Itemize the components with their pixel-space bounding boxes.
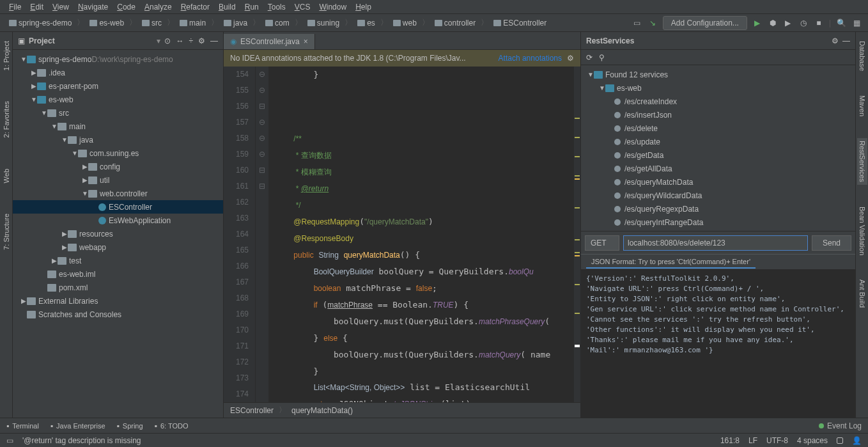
menu-navigate[interactable]: Navigate (74, 1, 112, 13)
json-format-tab[interactable]: JSON Format: Try to press 'Ctrl(Command)… (586, 256, 756, 269)
bottom-tool-terminal[interactable]: ▪Terminal (6, 421, 39, 430)
encoding[interactable]: UTF-8 (766, 436, 788, 445)
tree-node-main[interactable]: ▼main (13, 120, 223, 133)
right-tab-bean-validation[interactable]: Bean Validation (857, 204, 867, 258)
menu-file[interactable]: File (5, 1, 25, 13)
bottom-tool-java-enterprise[interactable]: ▪Java Enterprise (50, 421, 105, 430)
rest-endpoint-es-delete[interactable]: /es/delete (581, 122, 855, 135)
right-tab-maven[interactable]: Maven (857, 93, 867, 119)
collapse-icon[interactable]: ÷ (189, 36, 193, 45)
rest-hide-icon[interactable]: — (842, 36, 850, 45)
rest-module-esweb[interactable]: ▼es-web (581, 81, 855, 95)
menu-vcs[interactable]: VCS (291, 1, 314, 13)
right-tab-database[interactable]: Database (857, 38, 867, 74)
tree-node-java[interactable]: ▼java (13, 133, 223, 146)
rest-settings-icon[interactable]: ⚙ (832, 36, 839, 45)
error-stripe[interactable] (574, 67, 580, 402)
close-tab-icon[interactable]: × (304, 37, 308, 46)
view-dropdown-icon[interactable]: ▾ (157, 36, 160, 45)
caret-position[interactable]: 161:8 (720, 436, 740, 445)
breadcrumb-src[interactable]: src (139, 17, 164, 29)
menu-help[interactable]: Help (352, 1, 375, 13)
menu-code[interactable]: Code (113, 1, 139, 13)
menu-analyze[interactable]: Analyze (141, 1, 176, 13)
tree-node-es-web[interactable]: ▼es-web (13, 93, 223, 106)
stop-icon[interactable]: ■ (814, 18, 824, 28)
rest-search-icon[interactable]: ⚲ (599, 53, 605, 62)
run-config-button[interactable]: Add Configuration... (663, 16, 747, 30)
rest-endpoint-es-getAllData[interactable]: /es/getAllData (581, 162, 855, 175)
left-tab--favorites[interactable]: 2: Favorites (1, 98, 12, 140)
tree-node-pom-xml[interactable]: pom.xml (13, 281, 223, 294)
debug-icon[interactable]: ⬢ (768, 18, 778, 28)
breadcrumb-es-web[interactable]: es-web (87, 17, 127, 29)
menu-window[interactable]: Window (315, 1, 350, 13)
coverage-icon[interactable]: ▶ (783, 18, 793, 28)
tree-node-src[interactable]: ▼src (13, 106, 223, 120)
menu-build[interactable]: Build (215, 1, 240, 13)
bottom-tool--todo[interactable]: ▪6: TODO (155, 421, 189, 430)
rest-root[interactable]: ▼Found 12 services (581, 68, 855, 81)
build-hammer-icon[interactable]: ↘ (647, 18, 658, 28)
tree-node-es-web-iml[interactable]: es-web.iml (13, 267, 223, 281)
tree-node-escontroller[interactable]: ESController (13, 200, 223, 214)
search-icon[interactable]: 🔍 (836, 18, 846, 28)
editor-tab-escontroller[interactable]: ◉ ESController.java × (224, 34, 315, 49)
tree-node-scratches-and-consoles[interactable]: Scratches and Consoles (13, 308, 223, 321)
left-tab--structure[interactable]: 7: Structure (1, 211, 12, 253)
tree-node-es-parent-pom[interactable]: ▶es-parent-pom (13, 79, 223, 93)
rest-endpoint-es-getData[interactable]: /es/getData (581, 148, 855, 162)
notification-settings-icon[interactable]: ⚙ (567, 54, 574, 63)
hector-icon[interactable]: 👤 (852, 436, 862, 445)
tree-node-spring-es-demo[interactable]: ▼spring-es-demo D:\work\spring-es-demo (13, 52, 223, 66)
breadcrumb-spring-es-demo[interactable]: spring-es-demo (6, 17, 74, 29)
breadcrumb-es[interactable]: es (355, 17, 378, 29)
tree-node--idea[interactable]: ▶.idea (13, 66, 223, 79)
indent-info[interactable]: 4 spaces (797, 436, 828, 445)
tree-node-webapp[interactable]: ▶webapp (13, 240, 223, 254)
rest-endpoint-es-queryMatchData[interactable]: /es/queryMatchData (581, 175, 855, 189)
breadcrumb-controller[interactable]: controller (432, 17, 478, 29)
http-method-select[interactable]: GET (585, 235, 619, 251)
hide-panel-icon[interactable]: — (210, 36, 218, 45)
url-input[interactable] (623, 235, 808, 251)
status-icon[interactable]: ▭ (6, 436, 13, 445)
rest-endpoint-es-createIndex[interactable]: /es/createIndex (581, 95, 855, 108)
left-tab--project[interactable]: 1: Project (1, 38, 12, 73)
menu-refactor[interactable]: Refactor (177, 1, 213, 13)
bc-method[interactable]: queryMatchData() (291, 406, 353, 415)
bc-class[interactable]: ESController (230, 406, 274, 415)
project-view-icon[interactable]: ▣ (18, 36, 25, 45)
rest-service-tree[interactable]: ▼Found 12 services▼es-web/es/createIndex… (581, 65, 855, 231)
breadcrumb-suning[interactable]: suning (305, 17, 342, 29)
fold-gutter[interactable]: ⊖⊖⊟⊖⊖⊖⊟⊟ (256, 67, 268, 402)
tree-node-eswebapplication[interactable]: EsWebApplication (13, 214, 223, 227)
attach-annotations-link[interactable]: Attach annotations (499, 54, 562, 63)
tree-node-config[interactable]: ▶config (13, 160, 223, 173)
bottom-tool-spring[interactable]: ▪Spring (117, 421, 143, 430)
right-tab-restservices[interactable]: RestServices (857, 138, 867, 185)
breadcrumb-java[interactable]: java (221, 17, 250, 29)
left-tab-web[interactable]: Web (1, 166, 12, 185)
project-structure-icon[interactable]: ▦ (851, 18, 862, 28)
menu-run[interactable]: Run (241, 1, 263, 13)
tree-node-web-controller[interactable]: ▼web.controller (13, 187, 223, 200)
tree-node-com-suning-es[interactable]: ▼com.suning.es (13, 146, 223, 160)
send-button[interactable]: Send (812, 235, 851, 251)
tree-node-resources[interactable]: ▶resources (13, 227, 223, 240)
readonly-lock-icon[interactable] (837, 437, 843, 444)
rest-output[interactable]: {'Version':' RestfulToolkit 2.0.9', 'Nav… (581, 270, 855, 418)
rest-endpoint-es-update[interactable]: /es/update (581, 135, 855, 148)
tree-node-util[interactable]: ▶util (13, 173, 223, 187)
menu-view[interactable]: View (49, 1, 73, 13)
rest-endpoint-es-queryWildcardData[interactable]: /es/queryWildcardData (581, 189, 855, 202)
right-tab-ant-build[interactable]: Ant Build (857, 277, 867, 310)
tree-node-external-libraries[interactable]: ▶External Libraries (13, 294, 223, 308)
project-tree[interactable]: ▼spring-es-demo D:\work\spring-es-demo▶.… (13, 50, 223, 418)
tree-node-test[interactable]: ▶test (13, 254, 223, 267)
profile-icon[interactable]: ◷ (798, 18, 809, 28)
menu-tools[interactable]: Tools (264, 1, 290, 13)
code-editor[interactable]: } /** * 查询数据 * 模糊查询 * @return */ @Reques… (268, 67, 574, 402)
breadcrumb-main[interactable]: main (177, 17, 208, 29)
line-ending[interactable]: LF (748, 436, 757, 445)
